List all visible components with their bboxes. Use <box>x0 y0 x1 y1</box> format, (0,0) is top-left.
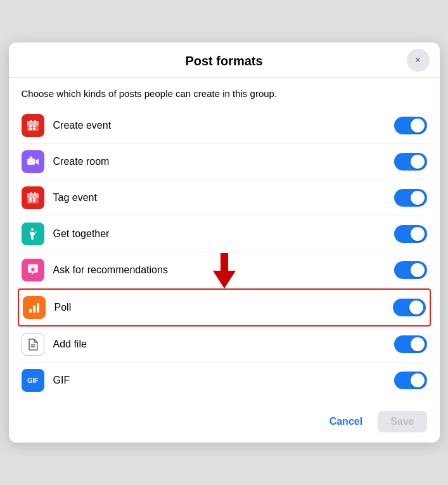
ask-recommendations-icon <box>22 259 44 281</box>
create-room-label: Create room <box>53 156 394 167</box>
close-button[interactable]: × <box>407 49 430 72</box>
svg-rect-3 <box>33 126 35 127</box>
create-room-toggle[interactable] <box>394 153 427 171</box>
svg-rect-10 <box>29 156 30 157</box>
format-item-gif: GIF GIF <box>22 363 427 398</box>
svg-rect-8 <box>27 158 35 165</box>
svg-rect-15 <box>29 200 32 202</box>
format-item-get-together: Get together <box>22 216 427 252</box>
create-event-toggle[interactable] <box>394 117 427 134</box>
create-event-label: Create event <box>53 120 394 131</box>
svg-rect-12 <box>27 193 39 198</box>
svg-rect-18 <box>34 192 35 195</box>
cancel-button[interactable]: Cancel <box>322 411 370 432</box>
add-file-label: Add file <box>53 339 394 350</box>
tag-event-toggle[interactable] <box>394 189 427 207</box>
format-list: Create event Create room <box>22 108 427 398</box>
dialog-header: Post formats × <box>9 42 440 78</box>
svg-rect-13 <box>29 198 32 200</box>
svg-rect-1 <box>27 121 39 126</box>
dialog-subtitle: Choose which kinds of posts people can c… <box>22 88 427 99</box>
save-button[interactable]: Save <box>378 411 426 432</box>
add-file-icon <box>22 333 44 356</box>
svg-rect-2 <box>29 126 32 127</box>
ask-recommendations-toggle[interactable] <box>394 261 427 279</box>
get-together-toggle[interactable] <box>394 225 427 243</box>
dialog-body: Choose which kinds of posts people can c… <box>9 78 440 403</box>
svg-rect-22 <box>37 303 39 313</box>
svg-rect-5 <box>33 128 35 130</box>
svg-rect-16 <box>33 200 35 202</box>
dialog-title: Post formats <box>185 54 262 68</box>
gif-icon: GIF <box>22 369 44 392</box>
svg-rect-6 <box>30 120 32 122</box>
svg-rect-14 <box>33 198 35 200</box>
svg-rect-4 <box>29 128 32 130</box>
add-file-toggle[interactable] <box>394 335 427 353</box>
gif-label: GIF <box>53 375 394 386</box>
tag-event-label: Tag event <box>53 192 394 204</box>
format-item-create-room: Create room <box>22 144 427 180</box>
poll-toggle[interactable] <box>393 299 426 316</box>
format-item-create-event: Create event <box>22 108 427 144</box>
create-room-icon <box>22 150 44 173</box>
dialog-footer: Cancel Save <box>9 403 440 443</box>
poll-icon <box>23 296 46 319</box>
post-formats-dialog: Post formats × Choose which kinds of pos… <box>9 42 440 443</box>
format-item-poll: Poll <box>18 288 431 327</box>
svg-rect-21 <box>33 306 35 313</box>
create-event-icon <box>22 114 44 137</box>
format-item-ask-recommendations: Ask for recommendations <box>22 252 427 288</box>
svg-rect-20 <box>29 309 32 313</box>
format-item-tag-event: Tag event <box>22 180 427 216</box>
get-together-icon <box>22 223 44 245</box>
svg-rect-7 <box>34 120 35 122</box>
format-item-add-file: Add file <box>22 327 427 363</box>
svg-rect-17 <box>30 192 32 195</box>
get-together-label: Get together <box>53 228 394 240</box>
gif-toggle[interactable] <box>394 372 427 389</box>
poll-label: Poll <box>54 302 393 313</box>
ask-recommendations-label: Ask for recommendations <box>53 264 394 276</box>
tag-event-icon <box>22 186 44 209</box>
